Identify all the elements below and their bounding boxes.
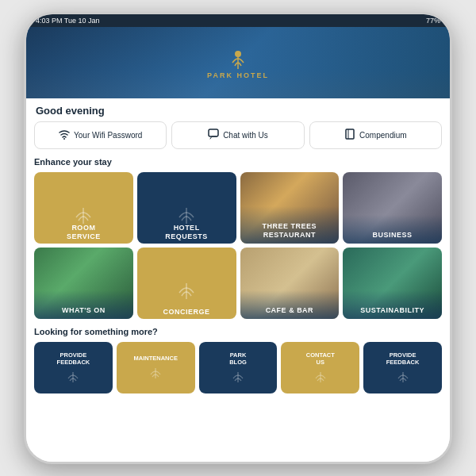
chat-label: Chat with Us [223, 131, 268, 140]
svg-rect-3 [209, 129, 218, 136]
contact-us-tile[interactable]: CONTACTUS [281, 342, 359, 393]
park-blog-label: PARKBLOG [227, 351, 249, 366]
restaurant-tile[interactable]: THREE TREESRESTAURANT [240, 172, 340, 244]
concierge-tile[interactable]: CONCIERGE [137, 248, 236, 319]
whats-on-overlay: WHAT'S ON [34, 290, 133, 319]
wifi-label: Your Wifi Password [74, 131, 142, 140]
provide-feedback-2-tile[interactable]: PROVIDEFEEDBACK [363, 342, 442, 393]
main-content: Good evening Your Wifi Password [26, 98, 450, 462]
svg-point-2 [63, 138, 65, 140]
wifi-icon [59, 129, 70, 142]
contact-us-icon [313, 368, 328, 385]
sustainability-tile[interactable]: SUSTAINABILITY [343, 248, 442, 319]
tablet-screen: 4:03 PM Tue 10 Jan 77% PARK HOTEL [26, 14, 450, 462]
hotel-requests-tile[interactable]: HOTELREQUESTS [137, 172, 236, 244]
maintenance-label: MAINTENANCE [131, 355, 179, 362]
enhance-section-label: Enhance your stay [34, 157, 442, 167]
park-blog-tile[interactable]: PARKBLOG [199, 342, 278, 393]
provide-feedback-1-label: PROVIDEFEEDBACK [55, 351, 93, 366]
provide-feedback-2-icon [396, 368, 410, 385]
business-label: BUSINESS [347, 231, 438, 240]
hero-header: PARK HOTEL [26, 27, 450, 98]
hotel-logo: PARK HOTEL [207, 47, 269, 79]
restaurant-overlay: THREE TREESRESTAURANT [240, 206, 340, 244]
business-tile[interactable]: BUSINESS [343, 172, 442, 244]
contact-us-label: CONTACTUS [304, 351, 337, 366]
provide-feedback-1-icon [66, 368, 80, 385]
business-overlay: BUSINESS [343, 215, 442, 244]
compendium-button[interactable]: Compendium [309, 121, 442, 149]
hotel-requests-label: HOTELREQUESTS [137, 220, 236, 244]
status-bar: 4:03 PM Tue 10 Jan 77% [26, 14, 450, 27]
status-time: 4:03 PM Tue 10 Jan [36, 17, 100, 25]
compendium-label: Compendium [359, 131, 406, 140]
sustainability-overlay: SUSTAINABILITY [343, 290, 442, 319]
provide-feedback-2-label: PROVIDEFEEDBACK [384, 351, 422, 366]
bottom-section-label: Looking for something more? [34, 327, 442, 336]
park-blog-icon [231, 368, 245, 385]
cafe-bar-overlay: CAFE & BAR [240, 290, 340, 319]
book-icon [344, 129, 355, 142]
sustainability-label: SUSTAINABILITY [347, 306, 438, 315]
concierge-icon [175, 277, 198, 303]
provide-feedback-1-tile[interactable]: PROVIDEFEEDBACK [34, 342, 113, 393]
status-battery: 77% [426, 17, 440, 25]
chat-button[interactable]: Chat with Us [171, 121, 304, 149]
whats-on-label: WHAT'S ON [38, 306, 129, 315]
svg-rect-4 [346, 129, 354, 139]
cafe-bar-label: CAFE & BAR [244, 306, 336, 315]
maintenance-icon [148, 364, 163, 381]
maintenance-tile[interactable]: MAINTENANCE [117, 342, 195, 393]
tablet-frame: 4:03 PM Tue 10 Jan 77% PARK HOTEL [24, 12, 452, 464]
hotel-name: PARK HOTEL [207, 71, 269, 79]
wifi-password-button[interactable]: Your Wifi Password [34, 121, 167, 149]
main-tiles-grid: ROOMSERVICE HOTELREQUESTS [34, 172, 442, 319]
concierge-label: CONCIERGE [137, 304, 236, 319]
hotel-logo-icon [207, 47, 269, 71]
greeting-text: Good evening [34, 98, 442, 121]
chat-icon [208, 129, 219, 142]
room-service-tile[interactable]: ROOMSERVICE [34, 172, 133, 244]
restaurant-label: THREE TREESRESTAURANT [244, 222, 336, 240]
small-tiles-grid: PROVIDEFEEDBACK MAINTENANCE [34, 342, 442, 393]
whats-on-tile[interactable]: WHAT'S ON [34, 248, 133, 319]
cafe-bar-tile[interactable]: CAFE & BAR [240, 248, 340, 319]
room-service-label: ROOMSERVICE [34, 220, 133, 244]
quick-actions: Your Wifi Password Chat with Us [34, 121, 442, 149]
